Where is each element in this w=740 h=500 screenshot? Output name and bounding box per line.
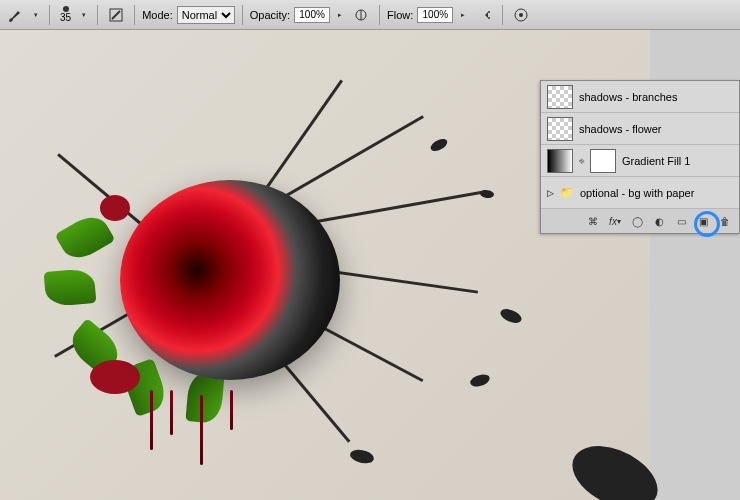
svg-point-3 [488, 17, 490, 19]
delete-layer-icon[interactable]: 🗑 [717, 213, 733, 229]
svg-point-5 [519, 13, 523, 17]
add-mask-icon[interactable]: ◯ [629, 213, 645, 229]
opacity-label: Opacity: [250, 9, 290, 21]
feather [479, 188, 495, 199]
blend-mode-select[interactable]: Normal [177, 6, 235, 24]
tool-preset-dropdown-icon[interactable]: ▾ [30, 7, 42, 23]
feather [498, 305, 523, 326]
brush-size-value: 35 [60, 12, 71, 23]
feather [562, 429, 667, 500]
flow-label: Flow: [387, 9, 413, 21]
separator [49, 5, 50, 25]
folder-icon: 📁 [560, 186, 574, 199]
rose [120, 180, 340, 380]
blood-drip [150, 390, 153, 450]
feather [349, 446, 376, 466]
flow-dropdown-icon[interactable]: ▸ [457, 7, 469, 23]
brush-tool-icon[interactable] [4, 4, 26, 26]
layer-group-row[interactable]: ▷ 📁 optional - bg with paper [541, 177, 739, 209]
pressure-size-icon[interactable] [510, 4, 532, 26]
layer-fx-icon[interactable]: fx▾ [607, 213, 623, 229]
tool-options-bar: ▾ 35 ▾ Mode: Normal Opacity: ▸ Flow: ▸ [0, 0, 740, 30]
layer-mask-thumbnail [590, 149, 616, 173]
new-group-icon[interactable]: ▭ [673, 213, 689, 229]
separator [242, 5, 243, 25]
layer-thumbnail [547, 85, 573, 109]
pressure-opacity-icon[interactable] [350, 4, 372, 26]
feather [429, 137, 449, 153]
blood-splatter [90, 360, 140, 394]
layers-panel: shadows - branches shadows - flower ⎆ Gr… [540, 80, 740, 234]
separator [502, 5, 503, 25]
brush-panel-toggle-icon[interactable] [105, 4, 127, 26]
separator [97, 5, 98, 25]
new-layer-icon[interactable]: ▣ [695, 213, 711, 229]
blood-drip [170, 390, 173, 435]
svg-point-2 [488, 11, 490, 13]
link-layers-icon[interactable]: ⌘ [585, 213, 601, 229]
airbrush-icon[interactable] [473, 4, 495, 26]
blood-splatter [100, 195, 130, 221]
layer-name: Gradient Fill 1 [622, 155, 690, 167]
layers-panel-footer: ⌘ fx▾ ◯ ◐ ▭ ▣ 🗑 [541, 209, 739, 233]
link-icon: ⎆ [579, 156, 584, 166]
blood-drip [230, 390, 233, 430]
mode-label: Mode: [142, 9, 173, 21]
layer-name: shadows - flower [579, 123, 662, 135]
feather [469, 373, 491, 387]
layer-name: optional - bg with paper [580, 187, 694, 199]
adjustment-layer-icon[interactable]: ◐ [651, 213, 667, 229]
layer-name: shadows - branches [579, 91, 677, 103]
flow-input[interactable] [417, 7, 453, 23]
opacity-dropdown-icon[interactable]: ▸ [334, 7, 346, 23]
brush-preset-picker[interactable]: 35 [57, 6, 74, 23]
layer-thumbnail [547, 149, 573, 173]
opacity-input[interactable] [294, 7, 330, 23]
layer-row[interactable]: ⎆ Gradient Fill 1 [541, 145, 739, 177]
layer-row[interactable]: shadows - flower [541, 113, 739, 145]
brush-preset-dropdown-icon[interactable]: ▾ [78, 7, 90, 23]
layer-thumbnail [547, 117, 573, 141]
separator [379, 5, 380, 25]
separator [134, 5, 135, 25]
disclosure-triangle-icon[interactable]: ▷ [547, 188, 554, 198]
layer-row[interactable]: shadows - branches [541, 81, 739, 113]
blood-drip [200, 395, 203, 465]
